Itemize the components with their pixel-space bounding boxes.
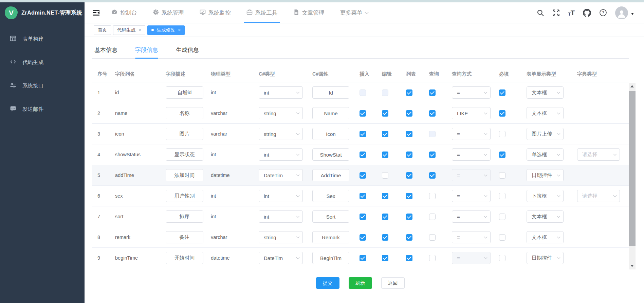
edit-checkbox[interactable] [382,110,388,117]
display-type-select[interactable]: 日期控件 [527,252,564,264]
query-mode-select[interactable]: = [452,128,491,140]
help-icon[interactable]: ? [599,9,607,17]
query-mode-select[interactable]: = [452,169,491,181]
vertical-scrollbar[interactable] [629,83,636,269]
query-checkbox[interactable] [429,234,436,241]
cs-type-select[interactable]: int [259,210,303,223]
cs-type-select[interactable]: int [259,86,303,99]
description-input[interactable]: 备注 [166,231,203,243]
insert-checkbox[interactable] [360,131,366,137]
description-input[interactable]: 用户性别 [166,190,203,202]
sidebar-item-code-generate[interactable]: 代码生成 [0,51,85,74]
dict-type-select[interactable]: 请选择 [577,190,620,202]
tag-code-generate[interactable]: 代码生成 × [113,25,145,35]
nav-item-system-manage[interactable]: 系统管理 [145,2,192,23]
cs-type-select[interactable]: DateTim [259,169,303,181]
query-checkbox[interactable] [429,255,436,261]
cs-type-select[interactable]: int [259,148,303,161]
display-type-select[interactable]: 下拉框 [527,190,564,202]
cs-property-input[interactable]: Icon [312,128,349,140]
description-input[interactable]: 开始时间 [166,252,203,264]
edit-checkbox[interactable] [382,131,388,137]
required-checkbox[interactable] [499,193,505,199]
query-mode-select[interactable]: = [452,252,491,264]
tab-field-info[interactable]: 字段信息 [135,46,158,58]
list-checkbox[interactable] [406,172,412,179]
edit-checkbox[interactable] [382,234,388,241]
insert-checkbox[interactable] [360,89,366,96]
sidebar-item-system-api[interactable]: 系统接口 [0,74,85,98]
scroll-up-arrow-icon[interactable] [630,85,634,87]
description-input[interactable]: 排序 [166,210,203,223]
query-mode-select[interactable]: LIKE [452,107,491,119]
tab-basic-info[interactable]: 基本信息 [94,46,117,58]
nav-item-more-menu[interactable]: 更多菜单 [332,2,376,23]
required-checkbox[interactable] [499,234,505,241]
insert-checkbox[interactable] [360,172,366,179]
dict-type-select[interactable]: 请选择 [577,148,620,161]
insert-checkbox[interactable] [360,214,366,220]
sidebar-item-form-builder[interactable]: 表单构建 [0,27,85,51]
cs-type-select[interactable]: int [259,190,303,202]
list-checkbox[interactable] [406,131,412,137]
insert-checkbox[interactable] [360,110,366,117]
display-type-select[interactable]: 文本框 [527,86,564,99]
query-checkbox[interactable] [429,193,436,199]
cs-type-select[interactable]: string [259,231,303,243]
insert-checkbox[interactable] [360,255,366,261]
logo-row[interactable]: V ZrAdmin.NET-管理系统 [0,2,85,23]
query-checkbox[interactable] [429,214,436,220]
collapse-sidebar-icon[interactable] [93,10,99,16]
edit-checkbox[interactable] [382,172,388,179]
refresh-button[interactable]: 刷新 [349,277,372,289]
description-input[interactable]: 图片 [166,128,203,140]
user-avatar-menu[interactable] [615,6,634,19]
list-checkbox[interactable] [406,214,412,220]
list-checkbox[interactable] [406,193,412,199]
query-checkbox[interactable] [429,152,436,158]
display-type-select[interactable]: 文本框 [527,107,564,119]
query-mode-select[interactable]: = [452,190,491,202]
display-type-select[interactable]: 单选框 [527,148,564,161]
edit-checkbox[interactable] [382,89,388,96]
query-checkbox[interactable] [429,89,436,96]
edit-checkbox[interactable] [382,214,388,220]
nav-item-dashboard[interactable]: 控制台 [104,2,145,23]
display-type-select[interactable]: 图片上传 [527,128,564,140]
close-icon[interactable]: × [178,28,181,32]
required-checkbox[interactable] [499,172,505,179]
query-mode-select[interactable]: = [452,148,491,161]
nav-item-system-tools[interactable]: 系统工具 [239,2,286,23]
display-type-select[interactable]: 文本框 [527,231,564,243]
tag-generate-edit[interactable]: 生成修改 × [147,25,185,35]
required-checkbox[interactable] [499,152,505,158]
cs-property-input[interactable]: ShowStat [312,148,349,161]
query-mode-select[interactable]: = [452,231,491,243]
cs-property-input[interactable]: Remark [312,231,349,243]
list-checkbox[interactable] [406,152,412,158]
insert-checkbox[interactable] [360,193,366,199]
tab-generate-info[interactable]: 生成信息 [176,46,199,58]
list-checkbox[interactable] [406,255,412,261]
cs-property-input[interactable]: BeginTim [312,252,349,264]
edit-checkbox[interactable] [382,193,388,199]
required-checkbox[interactable] [499,110,505,117]
query-mode-select[interactable]: = [452,86,491,99]
cs-property-input[interactable]: Sort [312,210,349,223]
nav-item-system-monitor[interactable]: 系统监控 [192,2,239,23]
cs-type-select[interactable]: DateTim [259,252,303,264]
list-checkbox[interactable] [406,234,412,241]
scroll-down-arrow-icon[interactable] [630,265,634,267]
cs-property-input[interactable]: Id [312,86,349,99]
nav-item-article-manage[interactable]: 文章管理 [286,2,332,23]
insert-checkbox[interactable] [360,152,366,158]
github-icon[interactable] [583,9,591,17]
query-checkbox[interactable] [429,131,436,137]
description-input[interactable]: 自增id [166,86,203,99]
list-checkbox[interactable] [406,89,412,96]
required-checkbox[interactable] [499,131,505,137]
display-type-select[interactable]: 文本框 [527,210,564,223]
required-checkbox[interactable] [499,89,505,96]
back-button[interactable]: 返回 [381,277,405,289]
cs-property-input[interactable]: Sex [312,190,349,202]
